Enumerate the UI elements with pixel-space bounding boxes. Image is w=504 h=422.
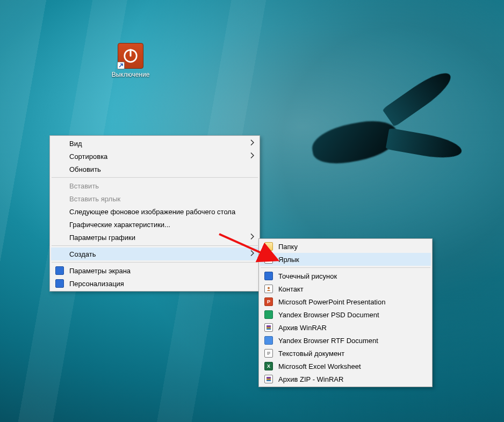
- submenu-item-contact[interactable]: Контакт: [260, 282, 431, 295]
- menu-item-label: Yandex Browser PSD Document: [278, 311, 379, 319]
- chevron-right-icon: [250, 234, 254, 242]
- folder-icon: [264, 242, 273, 251]
- menu-separator: [261, 267, 430, 268]
- menu-item-label: Папку: [278, 243, 298, 251]
- menu-item-label: Графические характеристики...: [69, 221, 170, 229]
- menu-item-label: Текстовый документ: [278, 350, 344, 358]
- menu-item-label: Архив ZIP - WinRAR: [278, 375, 343, 383]
- menu-item-label: Архив WinRAR: [278, 324, 327, 332]
- chevron-right-icon: [250, 140, 254, 148]
- menu-item-refresh[interactable]: Обновить: [51, 163, 258, 176]
- menu-separator: [52, 177, 258, 178]
- svg-point-2: [268, 287, 270, 289]
- personalization-icon: [55, 279, 64, 288]
- psd-icon: [264, 310, 273, 319]
- menu-item-label: Обновить: [69, 165, 101, 173]
- wallpaper-subject: [290, 64, 494, 225]
- menu-separator: [52, 262, 258, 263]
- menu-item-new[interactable]: Создать: [51, 248, 258, 260]
- menu-item-label: Параметры экрана: [69, 267, 131, 275]
- svg-rect-5: [267, 329, 271, 330]
- menu-item-label: Персонализация: [69, 280, 124, 288]
- menu-item-sort[interactable]: Сортировка: [51, 150, 258, 163]
- shortcut-arrow-icon: [117, 62, 125, 69]
- menu-item-personalization[interactable]: Персонализация: [51, 277, 258, 290]
- menu-item-label: Создать: [69, 250, 96, 258]
- svg-rect-11: [267, 380, 271, 381]
- text-file-icon: [264, 349, 273, 358]
- chevron-right-icon: [250, 152, 254, 161]
- menu-item-paste: Вставить: [51, 179, 258, 192]
- menu-item-label: Сортировка: [69, 152, 107, 161]
- menu-item-label: Вставить: [69, 182, 99, 190]
- zip-icon: [264, 375, 273, 383]
- svg-rect-4: [267, 325, 271, 327]
- submenu-item-zip[interactable]: Архив ZIP - WinRAR: [260, 373, 431, 385]
- bitmap-icon: [264, 272, 273, 280]
- chevron-right-icon: [250, 250, 254, 258]
- menu-item-label: Вид: [69, 140, 82, 148]
- submenu-item-shortcut[interactable]: Ярлык: [260, 253, 431, 266]
- menu-item-next-wallpaper[interactable]: Следующее фоновое изображение рабочего с…: [51, 205, 258, 218]
- powerpoint-icon: P: [264, 297, 273, 306]
- menu-item-paste-shortcut: Вставить ярлык: [51, 192, 258, 205]
- menu-item-label: Microsoft Excel Worksheet: [278, 362, 361, 370]
- submenu-item-bitmap[interactable]: Точечный рисунок: [260, 270, 431, 282]
- contact-icon: [264, 285, 273, 293]
- submenu-item-excel[interactable]: X Microsoft Excel Worksheet: [260, 360, 431, 373]
- desktop-context-menu: Вид Сортировка Обновить Вставить Вставит…: [49, 135, 260, 292]
- power-icon: [118, 43, 143, 69]
- menu-item-graphics-properties[interactable]: Графические характеристики...: [51, 218, 258, 231]
- rar-icon: [264, 323, 273, 332]
- excel-icon: X: [264, 362, 273, 370]
- submenu-item-powerpoint[interactable]: P Microsoft PowerPoint Presentation: [260, 295, 431, 308]
- menu-item-label: Microsoft PowerPoint Presentation: [278, 298, 385, 306]
- menu-item-label: Вставить ярлык: [69, 195, 120, 203]
- submenu-item-text[interactable]: Текстовый документ: [260, 347, 431, 360]
- menu-separator: [52, 245, 258, 246]
- rtf-icon: [264, 336, 273, 345]
- desktop-shortcut-label: Выключение: [107, 71, 154, 78]
- menu-item-label: Параметры графики: [69, 234, 135, 242]
- svg-rect-10: [267, 377, 271, 379]
- menu-item-label: Ярлык: [278, 256, 299, 264]
- submenu-item-rtf[interactable]: Yandex Browser RTF Document: [260, 334, 431, 347]
- submenu-item-rar[interactable]: Архив WinRAR: [260, 321, 431, 334]
- display-settings-icon: [55, 266, 64, 275]
- new-submenu: Папку Ярлык Точечный рисунок Контакт P M…: [258, 238, 433, 387]
- submenu-item-folder[interactable]: Папку: [260, 240, 431, 253]
- menu-item-label: Точечный рисунок: [278, 272, 337, 280]
- menu-item-display-settings[interactable]: Параметры экрана: [51, 264, 258, 277]
- submenu-item-psd[interactable]: Yandex Browser PSD Document: [260, 308, 431, 321]
- menu-item-label: Следующее фоновое изображение рабочего с…: [69, 208, 235, 216]
- menu-item-graphics-options[interactable]: Параметры графики: [51, 231, 258, 244]
- menu-item-label: Yandex Browser RTF Document: [278, 337, 378, 345]
- shortcut-icon: [264, 255, 273, 264]
- menu-item-view[interactable]: Вид: [51, 137, 258, 150]
- menu-item-label: Контакт: [278, 285, 304, 293]
- desktop-shortcut-shutdown[interactable]: Выключение: [107, 43, 154, 78]
